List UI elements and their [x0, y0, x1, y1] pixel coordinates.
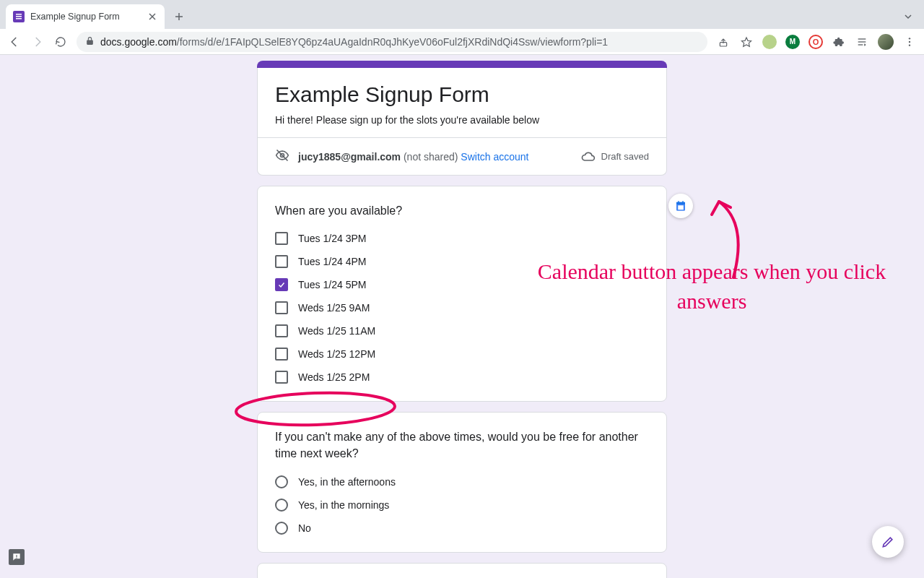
- forward-button[interactable]: [30, 35, 45, 49]
- option-label: Weds 1/25 2PM: [298, 371, 370, 383]
- reload-button[interactable]: [53, 35, 68, 49]
- url-text: docs.google.com/forms/d/e/1FAIpQLSelE8YQ…: [100, 36, 608, 48]
- svg-point-12: [909, 38, 910, 39]
- svg-rect-2: [16, 18, 22, 20]
- bookmark-star-icon[interactable]: [739, 35, 754, 49]
- form-header-card: Example Signup Form Hi there! Please sig…: [257, 68, 667, 176]
- question-comments: [257, 563, 667, 578]
- svg-rect-23: [16, 555, 17, 557]
- forms-favicon-icon: [13, 11, 25, 22]
- checkbox-option[interactable]: Tues 1/24 3PM: [275, 232, 649, 245]
- option-label: Tues 1/24 3PM: [298, 233, 366, 244]
- question-title: When are you available?: [275, 202, 649, 219]
- option-label: Weds 1/25 9AM: [298, 302, 370, 314]
- feedback-icon[interactable]: [9, 549, 25, 565]
- option-label: No: [298, 522, 311, 534]
- share-icon[interactable]: [716, 35, 731, 49]
- extension-3-icon[interactable]: O: [808, 35, 823, 49]
- radio-icon: [275, 499, 288, 512]
- checkbox-icon: [275, 232, 288, 245]
- svg-rect-19: [676, 202, 685, 204]
- svg-point-13: [909, 40, 910, 42]
- extensions-puzzle-icon[interactable]: [832, 35, 846, 49]
- close-tab-icon[interactable]: [147, 12, 157, 22]
- reading-list-icon[interactable]: [855, 35, 869, 49]
- page-viewport: Example Signup Form Hi there! Please sig…: [0, 55, 924, 578]
- option-label: Yes, in the mornings: [298, 499, 389, 511]
- option-label: Tues 1/24 5PM: [298, 279, 366, 290]
- svg-rect-20: [678, 205, 684, 210]
- question-availability: When are you available? Tues 1/24 3PMTue…: [257, 186, 667, 402]
- profile-avatar[interactable]: [878, 34, 894, 50]
- tabs-dropdown-icon[interactable]: [898, 7, 918, 27]
- account-row: jucy1885@gmail.com (not shared) Switch a…: [258, 137, 666, 175]
- lock-icon: [85, 36, 95, 48]
- radio-icon: [275, 522, 288, 535]
- checkbox-icon: [275, 371, 288, 384]
- calendar-button[interactable]: [668, 194, 693, 218]
- tab-title: Example Signup Form: [30, 12, 141, 22]
- extension-2-icon[interactable]: M: [785, 35, 800, 49]
- svg-rect-21: [678, 201, 679, 203]
- address-bar[interactable]: docs.google.com/forms/d/e/1FAIpQLSelE8YQ…: [77, 32, 707, 52]
- question-title: If you can't make any of the above times…: [275, 428, 649, 462]
- checkbox-icon: [275, 278, 288, 291]
- new-tab-button[interactable]: [169, 7, 189, 27]
- checkbox-icon: [275, 255, 288, 268]
- tab-strip: Example Signup Form: [0, 0, 924, 29]
- browser-toolbar: docs.google.com/forms/d/e/1FAIpQLSelE8YQ…: [0, 29, 924, 55]
- option-label: Tues 1/24 4PM: [298, 256, 366, 267]
- browser-chrome: Example Signup Form docs.google.com/form…: [0, 0, 924, 55]
- svg-point-14: [909, 44, 910, 46]
- svg-marker-8: [741, 38, 751, 46]
- checkbox-option[interactable]: Weds 1/25 2PM: [275, 371, 649, 384]
- browser-tab[interactable]: Example Signup Form: [6, 4, 165, 29]
- question-alt-times: If you can't make any of the above times…: [257, 412, 667, 552]
- draft-saved-status: Draft saved: [581, 150, 649, 164]
- kebab-menu-icon[interactable]: [902, 35, 917, 49]
- svg-rect-24: [16, 558, 17, 558]
- option-label: Weds 1/25 11AM: [298, 325, 375, 337]
- radio-option[interactable]: Yes, in the mornings: [275, 499, 649, 512]
- checkbox-option[interactable]: Tues 1/24 4PM: [275, 255, 649, 268]
- google-form: Example Signup Form Hi there! Please sig…: [257, 61, 667, 578]
- edit-form-fab[interactable]: [872, 526, 904, 558]
- form-accent-bar: [257, 61, 667, 68]
- not-shared-label: (not shared): [404, 151, 458, 163]
- extension-1-icon[interactable]: [762, 35, 777, 49]
- form-title: Example Signup Form: [275, 82, 649, 107]
- checkbox-icon: [275, 348, 288, 361]
- option-label: Yes, in the afternoons: [298, 476, 396, 488]
- checkbox-option[interactable]: Weds 1/25 12PM: [275, 348, 649, 361]
- radio-icon: [275, 475, 288, 488]
- checkbox-option[interactable]: Weds 1/25 11AM: [275, 324, 649, 337]
- checkbox-icon: [275, 301, 288, 314]
- switch-account-link[interactable]: Switch account: [461, 151, 528, 163]
- checkbox-option[interactable]: Weds 1/25 9AM: [275, 301, 649, 314]
- checkbox-icon: [275, 324, 288, 337]
- radio-option[interactable]: Yes, in the afternoons: [275, 475, 649, 488]
- checkbox-option[interactable]: Tues 1/24 5PM: [275, 278, 649, 291]
- account-email: jucy1885@gmail.com: [298, 151, 401, 163]
- option-label: Weds 1/25 12PM: [298, 348, 375, 360]
- svg-rect-22: [682, 201, 684, 203]
- annotation-arrow: [697, 194, 762, 288]
- not-shared-icon: [275, 148, 289, 165]
- toolbar-icons: M O: [716, 34, 917, 50]
- svg-rect-0: [16, 14, 22, 15]
- back-button[interactable]: [7, 35, 22, 49]
- form-description: Hi there! Please sign up for the slots y…: [275, 114, 649, 126]
- radio-option[interactable]: No: [275, 522, 649, 535]
- svg-rect-1: [16, 16, 22, 17]
